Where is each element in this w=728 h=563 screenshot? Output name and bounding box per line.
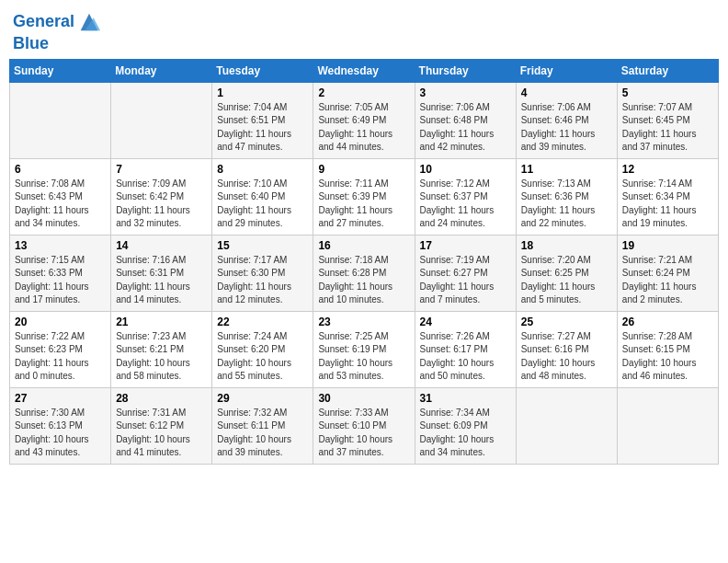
day-of-week-header: Tuesday bbox=[212, 59, 313, 82]
calendar-cell: 29Sunrise: 7:32 AMSunset: 6:11 PMDayligh… bbox=[212, 387, 313, 464]
day-number: 10 bbox=[420, 163, 511, 176]
day-info: Sunrise: 7:08 AMSunset: 6:43 PMDaylight:… bbox=[15, 178, 106, 231]
calendar-cell: 18Sunrise: 7:20 AMSunset: 6:25 PMDayligh… bbox=[516, 235, 617, 311]
day-number: 29 bbox=[217, 392, 308, 405]
day-number: 13 bbox=[15, 239, 106, 252]
day-info: Sunrise: 7:09 AMSunset: 6:42 PMDaylight:… bbox=[116, 178, 207, 231]
logo: General Blue bbox=[13, 9, 102, 53]
day-of-week-header: Friday bbox=[516, 59, 617, 82]
day-info: Sunrise: 7:19 AMSunset: 6:27 PMDaylight:… bbox=[420, 254, 511, 307]
calendar-cell: 3Sunrise: 7:06 AMSunset: 6:48 PMDaylight… bbox=[415, 82, 516, 158]
calendar-cell: 5Sunrise: 7:07 AMSunset: 6:45 PMDaylight… bbox=[617, 82, 718, 158]
day-number: 8 bbox=[217, 163, 308, 176]
day-info: Sunrise: 7:28 AMSunset: 6:15 PMDaylight:… bbox=[622, 330, 713, 384]
day-number: 24 bbox=[420, 316, 511, 328]
calendar-cell: 15Sunrise: 7:17 AMSunset: 6:30 PMDayligh… bbox=[212, 235, 313, 311]
calendar-cell: 16Sunrise: 7:18 AMSunset: 6:28 PMDayligh… bbox=[313, 235, 415, 311]
day-info: Sunrise: 7:06 AMSunset: 6:46 PMDaylight:… bbox=[521, 101, 612, 155]
day-info: Sunrise: 7:12 AMSunset: 6:37 PMDaylight:… bbox=[420, 178, 511, 231]
day-number: 3 bbox=[420, 86, 511, 99]
calendar-cell: 27Sunrise: 7:30 AMSunset: 6:13 PMDayligh… bbox=[10, 387, 111, 464]
calendar-cell: 7Sunrise: 7:09 AMSunset: 6:42 PMDaylight… bbox=[111, 158, 212, 235]
calendar-body: 1Sunrise: 7:04 AMSunset: 6:51 PMDaylight… bbox=[10, 82, 719, 464]
page-header: General Blue bbox=[9, 9, 719, 53]
day-number: 31 bbox=[420, 392, 511, 405]
day-number: 5 bbox=[622, 86, 713, 99]
calendar-cell: 31Sunrise: 7:34 AMSunset: 6:09 PMDayligh… bbox=[415, 387, 516, 464]
day-info: Sunrise: 7:06 AMSunset: 6:48 PMDaylight:… bbox=[420, 101, 511, 155]
day-number: 17 bbox=[420, 239, 511, 252]
day-number: 11 bbox=[521, 163, 612, 176]
day-number: 26 bbox=[622, 316, 713, 328]
day-number: 23 bbox=[318, 316, 409, 328]
day-number: 18 bbox=[521, 239, 612, 252]
calendar-cell: 12Sunrise: 7:14 AMSunset: 6:34 PMDayligh… bbox=[617, 158, 718, 235]
calendar-week-row: 13Sunrise: 7:15 AMSunset: 6:33 PMDayligh… bbox=[10, 235, 719, 311]
day-number: 21 bbox=[116, 316, 207, 328]
day-number: 6 bbox=[15, 163, 106, 176]
day-info: Sunrise: 7:27 AMSunset: 6:16 PMDaylight:… bbox=[521, 330, 612, 384]
calendar-cell: 28Sunrise: 7:31 AMSunset: 6:12 PMDayligh… bbox=[111, 387, 212, 464]
calendar-cell bbox=[617, 387, 718, 464]
calendar-cell bbox=[516, 387, 617, 464]
day-info: Sunrise: 7:18 AMSunset: 6:28 PMDaylight:… bbox=[318, 254, 409, 307]
day-of-week-header: Monday bbox=[111, 59, 212, 82]
calendar-week-row: 27Sunrise: 7:30 AMSunset: 6:13 PMDayligh… bbox=[10, 387, 719, 464]
calendar-cell: 25Sunrise: 7:27 AMSunset: 6:16 PMDayligh… bbox=[516, 311, 617, 387]
day-info: Sunrise: 7:22 AMSunset: 6:23 PMDaylight:… bbox=[15, 330, 106, 384]
calendar-cell: 23Sunrise: 7:25 AMSunset: 6:19 PMDayligh… bbox=[313, 311, 415, 387]
day-info: Sunrise: 7:07 AMSunset: 6:45 PMDaylight:… bbox=[622, 101, 713, 155]
day-info: Sunrise: 7:32 AMSunset: 6:11 PMDaylight:… bbox=[217, 407, 308, 460]
calendar-cell: 8Sunrise: 7:10 AMSunset: 6:40 PMDaylight… bbox=[212, 158, 313, 235]
day-info: Sunrise: 7:21 AMSunset: 6:24 PMDaylight:… bbox=[622, 254, 713, 307]
calendar-week-row: 20Sunrise: 7:22 AMSunset: 6:23 PMDayligh… bbox=[10, 311, 719, 387]
calendar-cell: 22Sunrise: 7:24 AMSunset: 6:20 PMDayligh… bbox=[212, 311, 313, 387]
calendar-cell: 9Sunrise: 7:11 AMSunset: 6:39 PMDaylight… bbox=[313, 158, 415, 235]
day-number: 7 bbox=[116, 163, 207, 176]
logo-text-blue: Blue bbox=[13, 35, 102, 53]
day-number: 15 bbox=[217, 239, 308, 252]
day-number: 19 bbox=[622, 239, 713, 252]
day-of-week-header: Saturday bbox=[617, 59, 718, 82]
day-info: Sunrise: 7:20 AMSunset: 6:25 PMDaylight:… bbox=[521, 254, 612, 307]
day-info: Sunrise: 7:26 AMSunset: 6:17 PMDaylight:… bbox=[420, 330, 511, 384]
day-number: 25 bbox=[521, 316, 612, 328]
calendar-cell: 24Sunrise: 7:26 AMSunset: 6:17 PMDayligh… bbox=[415, 311, 516, 387]
calendar-week-row: 1Sunrise: 7:04 AMSunset: 6:51 PMDaylight… bbox=[10, 82, 719, 158]
calendar-cell: 19Sunrise: 7:21 AMSunset: 6:24 PMDayligh… bbox=[617, 235, 718, 311]
calendar-cell: 6Sunrise: 7:08 AMSunset: 6:43 PMDaylight… bbox=[10, 158, 111, 235]
calendar-cell: 17Sunrise: 7:19 AMSunset: 6:27 PMDayligh… bbox=[415, 235, 516, 311]
calendar-cell: 26Sunrise: 7:28 AMSunset: 6:15 PMDayligh… bbox=[617, 311, 718, 387]
calendar-cell bbox=[111, 82, 212, 158]
day-number: 20 bbox=[15, 316, 106, 328]
day-info: Sunrise: 7:23 AMSunset: 6:21 PMDaylight:… bbox=[116, 330, 207, 384]
day-of-week-header: Thursday bbox=[415, 59, 516, 82]
day-number: 16 bbox=[318, 239, 409, 252]
day-info: Sunrise: 7:10 AMSunset: 6:40 PMDaylight:… bbox=[217, 178, 308, 231]
day-info: Sunrise: 7:31 AMSunset: 6:12 PMDaylight:… bbox=[116, 407, 207, 460]
day-info: Sunrise: 7:33 AMSunset: 6:10 PMDaylight:… bbox=[318, 407, 409, 460]
day-number: 1 bbox=[217, 86, 308, 99]
logo-text: General bbox=[13, 13, 74, 31]
day-number: 4 bbox=[521, 86, 612, 99]
day-number: 2 bbox=[318, 86, 409, 99]
calendar-cell: 1Sunrise: 7:04 AMSunset: 6:51 PMDaylight… bbox=[212, 82, 313, 158]
day-number: 22 bbox=[217, 316, 308, 328]
day-info: Sunrise: 7:11 AMSunset: 6:39 PMDaylight:… bbox=[318, 178, 409, 231]
day-info: Sunrise: 7:14 AMSunset: 6:34 PMDaylight:… bbox=[622, 178, 713, 231]
calendar-cell: 30Sunrise: 7:33 AMSunset: 6:10 PMDayligh… bbox=[313, 387, 415, 464]
calendar-week-row: 6Sunrise: 7:08 AMSunset: 6:43 PMDaylight… bbox=[10, 158, 719, 235]
day-info: Sunrise: 7:15 AMSunset: 6:33 PMDaylight:… bbox=[15, 254, 106, 307]
day-info: Sunrise: 7:16 AMSunset: 6:31 PMDaylight:… bbox=[116, 254, 207, 307]
calendar-cell: 13Sunrise: 7:15 AMSunset: 6:33 PMDayligh… bbox=[10, 235, 111, 311]
calendar-cell: 10Sunrise: 7:12 AMSunset: 6:37 PMDayligh… bbox=[415, 158, 516, 235]
calendar-header: SundayMondayTuesdayWednesdayThursdayFrid… bbox=[10, 59, 719, 82]
day-number: 30 bbox=[318, 392, 409, 405]
day-number: 12 bbox=[622, 163, 713, 176]
day-of-week-header: Wednesday bbox=[313, 59, 415, 82]
day-info: Sunrise: 7:25 AMSunset: 6:19 PMDaylight:… bbox=[318, 330, 409, 384]
day-number: 14 bbox=[116, 239, 207, 252]
day-info: Sunrise: 7:17 AMSunset: 6:30 PMDaylight:… bbox=[217, 254, 308, 307]
calendar-table: SundayMondayTuesdayWednesdayThursdayFrid… bbox=[9, 59, 719, 465]
day-info: Sunrise: 7:05 AMSunset: 6:49 PMDaylight:… bbox=[318, 101, 409, 155]
